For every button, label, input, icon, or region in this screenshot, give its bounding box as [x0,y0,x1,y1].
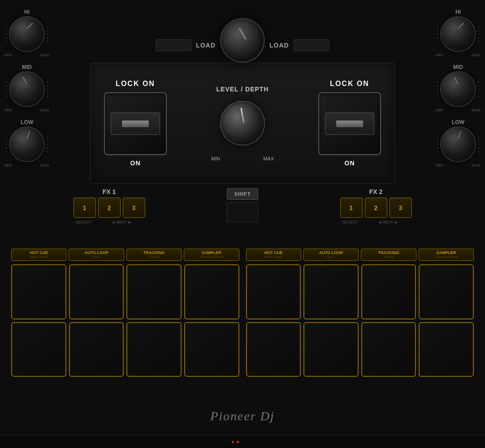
pad-left-3[interactable] [126,264,182,319]
dj-controller: HI MIN [0,0,485,448]
lock-right-button[interactable] [318,92,381,155]
fx1-label: FX 1 [103,188,116,195]
eq-low-left: LOW MIN MAX [4,119,49,168]
bottom-dot-1 [232,441,234,443]
pad-left-8[interactable] [184,322,239,377]
bottom-dot-2 [237,441,239,443]
pioneer-logo: Pioneer Dj [210,409,275,423]
fx1-btn1[interactable]: 1 [74,198,96,218]
pads-right-row2 [246,322,474,377]
lock-left-label: LOCK ON [116,80,155,88]
fx2-btn1[interactable]: 1 [340,198,363,218]
level-depth-label: LEVEL / DEPTH [217,86,269,93]
pad-mode-hot-cue-right[interactable]: HOT CUE BEAT JUMP [246,249,301,261]
load-left-label[interactable]: LOAD [196,42,216,49]
fx2-beat-label: ◄ BEAT ► [364,220,413,224]
eq-mid-right-knob[interactable] [440,71,476,107]
eq-left: HI MIN [4,9,49,174]
pad-left-6[interactable] [69,322,124,377]
pad-left-4[interactable] [184,264,239,319]
lock-section-right: LOCK ON ON [318,80,381,167]
pad-left-2[interactable] [69,264,124,319]
level-depth-section: LEVEL / DEPTH [211,86,274,161]
eq-channel-right: HI MIN MAX [436,9,481,174]
eq-low-left-label: LOW [21,119,33,125]
bottom-dot-3 [242,441,244,443]
lock-left-button[interactable] [104,92,167,155]
pad-mode-hot-cue-left[interactable]: HOT CUE BEAT JUMP [11,249,66,261]
eq-hi-left-min: MIN [4,53,12,57]
eq-hi-right-min: MIN [436,53,443,57]
pads-right-row1 [246,264,474,319]
load-right-label[interactable]: LOAD [269,42,289,49]
eq-low-right: LOW MIN MAX [436,119,481,168]
pad-right-4[interactable] [419,264,474,319]
pad-right-2[interactable] [303,264,359,319]
pad-mode-tracking-left[interactable]: TRACKING TRANS [126,249,182,261]
eq-hi-right-knob[interactable] [440,16,476,52]
pad-right-5[interactable] [246,322,301,377]
level-depth-knob[interactable] [220,101,265,146]
eq-mid-left-knob[interactable] [9,71,45,107]
fx-panel: LOCK ON ON LEVEL / DEPTH [90,63,395,184]
eq-hi-right-label: HI [455,9,461,15]
lock-section-left: LOCK ON ON [104,80,167,167]
bottom-dot-5 [251,441,254,443]
load-right-display [294,39,329,51]
pads-left-row1 [11,264,239,319]
knob-max-label: MAX [263,156,274,161]
bottom-dot-4 [247,441,249,443]
fx2-btn3[interactable]: 3 [390,198,412,218]
pad-left-1[interactable] [11,264,66,319]
master-knob[interactable] [220,18,265,63]
eq-mid-right-min: MIN [436,108,443,112]
pad-mode-auto-loop-left[interactable]: AUTO LOOP ROLL [69,249,124,261]
pad-mode-sampler-left[interactable]: SAMPLER SCRATCH BANK [184,249,239,261]
fx1-beat-label: ◄ BEAT ► [97,220,146,224]
eq-mid-left-min: MIN [4,108,12,112]
eq-low-right-knob[interactable] [440,126,476,162]
eq-mid-left-label: MID [22,64,32,70]
eq-mid-left: MID MIN MAX [4,64,49,112]
knob-min-label: MIN [211,156,220,161]
lock-right-label: LOCK ON [330,80,369,88]
fx1-btn2[interactable]: 2 [98,198,121,218]
fx2-label: FX 2 [369,188,383,195]
eq-hi-right-max: MAX [472,53,481,57]
eq-low-left-min: MIN [4,163,12,168]
pad-right-6[interactable] [303,322,359,377]
pad-mode-tracking-right[interactable]: TRACKING TRANS [361,249,416,261]
eq-hi-right: HI MIN MAX [436,9,481,57]
eq-mid-right-max: MAX [472,108,481,112]
eq-low-right-label: LOW [452,119,464,125]
fx1-btn3[interactable]: 3 [123,198,145,218]
pioneer-text: Pioneer Dj [210,409,275,423]
fx1-select-label: SELECT [72,220,95,224]
pad-mode-sampler-right[interactable]: SAMPLER SCRATCH BANK [419,249,474,261]
lock-right-on: ON [345,159,355,167]
pad-right-1[interactable] [246,264,301,319]
eq-right: HI MIN MAX [436,9,481,174]
load-left-group: LOAD [156,39,216,51]
fx2-buttons: 1 2 3 [340,198,412,218]
shift-pad[interactable] [227,202,258,222]
pad-right-3[interactable] [361,264,416,319]
eq-mid-left-max: MAX [40,108,49,112]
pad-left-7[interactable] [126,322,182,377]
pad-right-7[interactable] [361,322,416,377]
pad-mode-auto-loop-right[interactable]: AUTO LOOP ROLL [303,249,359,261]
fx2-group: FX 2 1 2 3 SELECT ◄ BEAT ► [339,188,413,224]
load-left-display [156,39,191,51]
eq-low-left-knob[interactable] [9,126,45,162]
pads-left-row2 [11,322,239,377]
pad-right-8[interactable] [419,322,474,377]
fx1-buttons: 1 2 3 [74,198,145,218]
shift-button[interactable]: SHIFT [227,188,258,200]
eq-mid-right-label: MID [453,64,463,70]
shift-group: SHIFT [227,188,258,222]
pad-left-5[interactable] [11,322,66,377]
fx2-btn2[interactable]: 2 [365,198,387,218]
eq-hi-left-knob[interactable] [9,16,45,52]
eq-hi-left: HI MIN [4,9,49,57]
eq-hi-left-label: HI [24,9,30,15]
